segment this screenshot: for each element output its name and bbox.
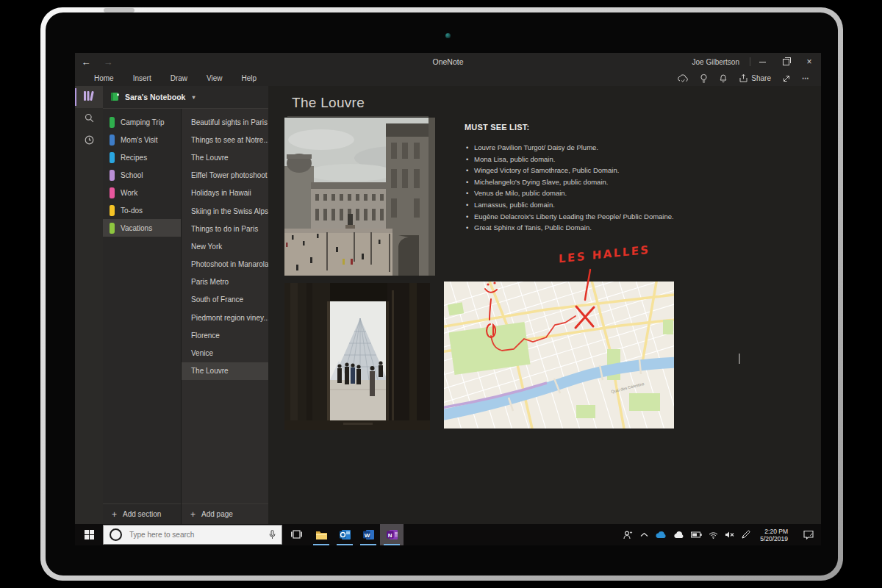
tab-home[interactable]: Home (94, 74, 114, 82)
cortana-icon (110, 528, 122, 541)
onenote-taskbar-icon[interactable]: N (380, 524, 404, 545)
page-item[interactable]: Piedmont region viney... (182, 309, 268, 326)
section-label: Camping Trip (121, 118, 164, 126)
louvre-courtyard-photo[interactable] (284, 118, 435, 276)
clock-date: 5/20/2019 (760, 535, 788, 542)
search-button[interactable] (75, 108, 103, 130)
more-options-icon[interactable]: ⋯ (802, 74, 811, 82)
tab-view[interactable]: View (207, 74, 223, 82)
word-taskbar-icon[interactable]: W (356, 524, 380, 545)
search-icon (85, 112, 94, 126)
cloud-icon[interactable] (673, 531, 684, 539)
must-see-list[interactable]: MUST SEE LIST: Louvre Pavilion Turgot/ D… (465, 123, 718, 234)
restore-button[interactable] (774, 53, 797, 71)
start-button[interactable] (75, 530, 103, 539)
section-color-tab (110, 117, 115, 128)
task-view-button[interactable] (291, 528, 302, 542)
sections-panel: Camping Trip Mom's Visit Recipes School … (103, 109, 181, 524)
fullscreen-icon[interactable] (782, 74, 791, 83)
add-section-button[interactable]: + Add section (103, 503, 181, 524)
page-title[interactable]: The Louvre (292, 95, 365, 111)
lightbulb-icon[interactable] (700, 74, 708, 84)
tab-insert[interactable]: Insert (133, 74, 151, 82)
page-item[interactable]: Things to see at Notre... (182, 131, 268, 148)
search-input[interactable] (128, 530, 263, 539)
page-item[interactable]: Venice (182, 344, 268, 362)
tab-draw[interactable]: Draw (171, 74, 187, 82)
minimize-button[interactable] (750, 53, 774, 71)
taskbar-clock[interactable]: 2:20 PM 5/20/2019 (760, 528, 788, 542)
section-item[interactable]: To-dos (103, 201, 181, 219)
notebooks-button[interactable] (75, 86, 103, 108)
page-item[interactable]: Skiing in the Swiss Alps (182, 202, 268, 220)
back-button[interactable]: ← (75, 57, 97, 68)
microphone-icon[interactable] (269, 530, 276, 539)
sync-status-icon[interactable] (677, 74, 689, 83)
forward-button[interactable]: → (97, 57, 119, 68)
page-canvas[interactable]: The Louvre (268, 86, 821, 524)
notifications-bell-icon[interactable] (719, 74, 728, 83)
clock-icon (85, 135, 94, 148)
louvre-pyramid-doorway-photo[interactable] (284, 283, 430, 430)
paris-map-image[interactable]: Quai des Célestins (444, 282, 674, 429)
file-explorer-taskbar-icon[interactable] (309, 524, 333, 545)
section-item[interactable]: Recipes (103, 148, 181, 166)
page-item[interactable]: New York (182, 237, 268, 255)
wifi-icon[interactable] (709, 531, 718, 539)
page-item[interactable]: Holidays in Hawaii (182, 184, 268, 202)
page-item[interactable]: Paris Metro (182, 273, 268, 291)
menu-bar: Home Insert Draw View Help (75, 71, 821, 86)
page-item[interactable]: Things to do in Paris (182, 220, 268, 237)
section-color-tab (110, 170, 115, 181)
section-item[interactable]: Camping Trip (103, 113, 181, 131)
volume-muted-icon[interactable] (725, 531, 734, 539)
list-item: Lamassus, public domain. (465, 199, 718, 211)
chevron-up-icon[interactable] (640, 532, 648, 537)
screen: ← → OneNote Joe Gilbertson × Home Insert… (75, 53, 821, 545)
section-item[interactable]: Work (103, 184, 181, 201)
taskbar-search[interactable] (103, 525, 282, 545)
outlook-taskbar-icon[interactable] (333, 524, 356, 545)
page-item[interactable]: Eiffel Tower photoshoot (182, 167, 268, 184)
section-label: School (121, 171, 143, 179)
list-item: Great Sphinx of Tanis, Public Domain. (465, 222, 718, 234)
battery-icon[interactable] (691, 531, 702, 538)
recent-notes-button[interactable] (75, 130, 103, 152)
people-icon[interactable] (623, 530, 634, 539)
device-frame: ← → OneNote Joe Gilbertson × Home Insert… (40, 7, 843, 581)
section-item[interactable]: School (103, 166, 181, 184)
plus-icon: + (112, 509, 117, 520)
close-button[interactable]: × (797, 53, 821, 71)
user-name: Joe Gilbertson (682, 58, 750, 66)
list-heading: MUST SEE LIST: (465, 123, 718, 132)
notebook-icon (110, 92, 120, 103)
add-section-label: Add section (123, 510, 161, 518)
action-center-icon[interactable] (803, 530, 814, 539)
device-bezel: ← → OneNote Joe Gilbertson × Home Insert… (46, 12, 838, 576)
page-item-selected[interactable]: The Louvre (182, 362, 268, 380)
section-color-tab (110, 223, 115, 234)
system-tray: 2:20 PM 5/20/2019 (623, 528, 821, 542)
page-item[interactable]: Photoshoot in Manarola (182, 256, 268, 273)
page-item[interactable]: The Louvre (182, 148, 268, 166)
section-label: To-dos (121, 207, 143, 215)
section-color-tab (110, 187, 115, 198)
list-item: Michelangelo's Dying Slave, public domai… (465, 176, 718, 188)
add-page-button[interactable]: + Add page (182, 503, 268, 524)
pen-icon[interactable] (741, 530, 750, 539)
section-item-selected[interactable]: Vacations (103, 219, 181, 237)
share-button[interactable]: Share (739, 74, 771, 83)
page-item[interactable]: South of France (182, 291, 268, 309)
notebook-switcher[interactable]: Sara's Notebook ▾ (103, 86, 268, 109)
page-item[interactable]: Beautiful sights in Paris (182, 113, 268, 131)
section-item[interactable]: Mom's Visit (103, 131, 181, 148)
onedrive-icon[interactable] (655, 531, 667, 539)
tab-help[interactable]: Help (242, 74, 257, 82)
list-item: Eugène Delacroix's Liberty Leading the P… (465, 211, 718, 223)
webcam-icon (445, 33, 451, 38)
list-item: Venus de Milo, public domain. (465, 187, 718, 199)
add-page-label: Add page (201, 510, 233, 518)
clock-time: 2:20 PM (760, 528, 788, 535)
text-cursor (739, 354, 740, 364)
page-item[interactable]: Florence (182, 326, 268, 344)
